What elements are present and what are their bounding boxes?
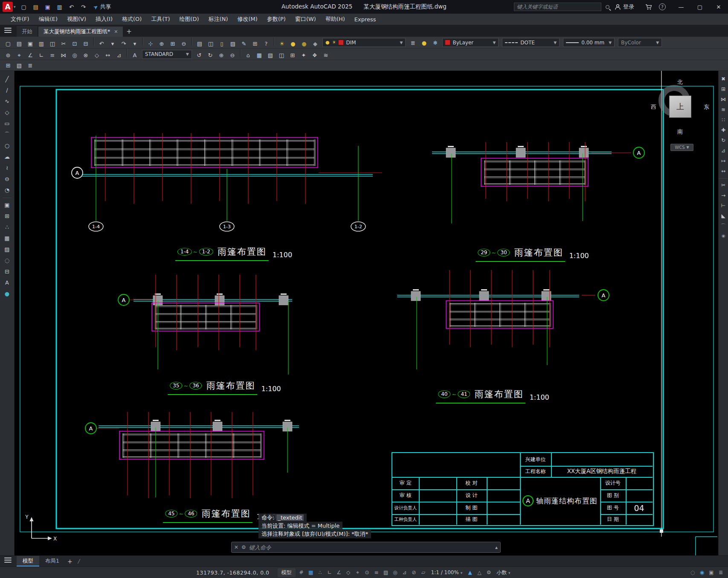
plot-icon[interactable]: ▥ <box>55 2 65 12</box>
dim-linear-icon[interactable]: ⌂ <box>243 50 253 60</box>
region-icon[interactable]: ◌ <box>2 255 13 265</box>
spline-tool-icon[interactable]: ≋ <box>321 50 331 60</box>
ellipse-arc-icon[interactable]: ◔ <box>2 185 13 195</box>
menu-modify[interactable]: 修改(M) <box>233 14 262 25</box>
open-file-icon[interactable]: ▤ <box>14 39 24 48</box>
object-snap-tracking-icon[interactable]: ⌖ <box>353 568 363 577</box>
new-layout-button[interactable]: + <box>65 558 75 565</box>
zoom-previous-icon[interactable]: ⊖ <box>179 39 189 48</box>
text-style-icon[interactable]: A <box>130 50 140 60</box>
menu-edit[interactable]: 编辑(E) <box>34 14 62 25</box>
graphics-performance-icon[interactable]: ◉ <box>697 568 707 577</box>
view-cube[interactable]: 北 上 西 东 南 <box>650 78 711 151</box>
rotate-icon[interactable]: ↻ <box>719 135 728 145</box>
command-close-icon[interactable]: ✕ <box>234 544 238 550</box>
lengthen-icon[interactable]: ↔ <box>719 166 728 175</box>
intersection-icon[interactable]: ⋈ <box>58 50 69 60</box>
command-history-toggle-icon[interactable]: ▴ <box>495 544 498 550</box>
undo-arrow-icon[interactable]: ▾ <box>107 39 118 48</box>
plotstyle-dropdown[interactable]: ByColor ▼ <box>618 38 662 47</box>
polyline-icon[interactable]: ∿ <box>2 96 13 106</box>
viewcube-west-label[interactable]: 西 <box>651 103 656 111</box>
menu-insert[interactable]: 插入(I) <box>91 14 117 25</box>
close-button[interactable]: ✕ <box>709 0 728 14</box>
regen-icon[interactable]: ↻ <box>205 50 215 60</box>
tab-layout1[interactable]: 布局1 <box>39 556 65 566</box>
undo-icon[interactable]: ↶ <box>67 2 77 12</box>
snap-marker-icon[interactable]: ⊚ <box>3 50 13 60</box>
plot-icon[interactable]: ▥ <box>36 39 46 48</box>
scale-icon[interactable]: ⊿ <box>719 145 728 155</box>
tangent-icon[interactable]: ◎ <box>70 50 80 60</box>
save-icon[interactable]: ▣ <box>25 39 35 48</box>
menu-dimension[interactable]: 标注(N) <box>204 14 233 25</box>
viewcube-top-face[interactable]: 上 <box>669 96 691 118</box>
revision-icon[interactable]: ❖ <box>310 50 320 60</box>
customize-icon[interactable]: ≣ <box>716 568 725 577</box>
object-snap-icon[interactable]: ⊙ <box>363 568 372 577</box>
hatch-tool-icon[interactable]: ▦ <box>254 50 264 60</box>
ortho-mode-icon[interactable]: ∟ <box>325 568 334 577</box>
color-dropdown[interactable]: ByLayer ▼ <box>442 38 499 47</box>
menu-window[interactable]: 窗口(W) <box>290 14 321 25</box>
move-icon[interactable]: ✚ <box>719 125 728 134</box>
viewcube-south-label[interactable]: 南 <box>677 128 683 136</box>
layer-properties-icon[interactable]: ≣ <box>408 38 418 47</box>
annotation-scale-dropdown[interactable]: 1:1 / 100% ▾ <box>429 569 464 575</box>
gradient-tool-icon[interactable]: ▧ <box>265 50 276 60</box>
sun-light-icon[interactable]: ☀ <box>277 39 287 48</box>
help-icon[interactable]: ? <box>659 3 666 10</box>
extension-icon[interactable]: ↔ <box>103 50 113 60</box>
rectangle-icon[interactable]: ▭ <box>2 118 13 128</box>
minimize-button[interactable]: — <box>672 0 690 14</box>
viewcube-east-label[interactable]: 东 <box>704 103 709 111</box>
dwf-attach-icon[interactable]: ⊞ <box>3 61 13 70</box>
model-space-button[interactable]: 模型 <box>278 568 296 577</box>
construction-line-icon[interactable]: ∕ <box>2 85 13 95</box>
chamfer-icon[interactable]: ◣ <box>719 211 728 220</box>
mirror-icon[interactable]: ⋈ <box>719 94 728 104</box>
command-bar[interactable]: ✕ ⚙ ▴ <box>231 542 501 553</box>
tab-model[interactable]: 模型 <box>17 556 39 566</box>
table-icon[interactable]: ⊟ <box>2 266 13 276</box>
polar-tracking-icon[interactable]: ∠ <box>334 568 344 577</box>
markup-icon[interactable]: ✎ <box>239 39 249 48</box>
circle-icon[interactable]: ○ <box>2 140 13 151</box>
insert-block-icon[interactable]: ▣ <box>2 200 13 210</box>
undo-icon[interactable]: ↶ <box>96 39 107 48</box>
trim-icon[interactable]: ✂ <box>719 180 728 189</box>
workspace-gear-icon[interactable]: ⚙ <box>484 568 493 577</box>
redraw-icon[interactable]: ↺ <box>194 50 204 60</box>
linetype-dropdown[interactable]: DOTE ▼ <box>502 38 560 47</box>
make-block-icon[interactable]: ⊞ <box>2 211 13 221</box>
save-icon[interactable]: ▣ <box>43 2 53 12</box>
menu-express[interactable]: Express <box>350 14 381 25</box>
redo-arrow-icon[interactable]: ▾ <box>130 39 140 48</box>
menu-tools[interactable]: 工具(T) <box>146 14 174 25</box>
units-dropdown[interactable]: 小数 ▾ <box>495 569 512 576</box>
lineweight-display-icon[interactable]: ≡ <box>372 568 381 577</box>
object-snap-icon[interactable]: ⌖ <box>14 50 24 60</box>
menu-draw[interactable]: 绘图(D) <box>175 14 204 25</box>
layer-freeze-icon[interactable]: ❄ <box>430 38 440 47</box>
parallel-icon[interactable]: ≡ <box>47 50 58 60</box>
ellipse-icon[interactable]: ⊖ <box>2 174 13 184</box>
offset-icon[interactable]: ≋ <box>719 105 728 114</box>
new-tab-button[interactable]: + <box>124 26 134 37</box>
drawing-canvas[interactable]: A1-41-31-2AAAAYX 北 上 西 东 南 WCS ▼ <box>15 71 718 555</box>
region-tool-icon[interactable]: ⊞ <box>287 50 298 60</box>
zoom-realtime-icon[interactable]: ⊕ <box>157 39 167 48</box>
array-icon[interactable]: ∷ <box>719 115 728 124</box>
wipeout-icon[interactable]: ✦ <box>299 50 309 60</box>
redo-icon[interactable]: ↷ <box>78 2 89 12</box>
text-style-dropdown[interactable]: STANDARD ▼ <box>142 50 192 59</box>
perpendicular-icon[interactable]: ⊿ <box>114 50 124 60</box>
dynamic-ucs-icon[interactable]: ⊘ <box>409 568 419 577</box>
explode-icon[interactable]: ✳ <box>719 231 728 241</box>
polygon-icon[interactable]: ◇ <box>2 107 13 117</box>
annotation-monitor-icon[interactable]: ▱ <box>419 568 428 577</box>
revision-cloud-icon[interactable]: ☁ <box>2 151 13 162</box>
layer-off-icon[interactable]: ● <box>419 38 429 47</box>
grid-display-icon[interactable]: # <box>297 568 306 577</box>
quickcalc-icon[interactable]: ⊞ <box>250 39 260 48</box>
